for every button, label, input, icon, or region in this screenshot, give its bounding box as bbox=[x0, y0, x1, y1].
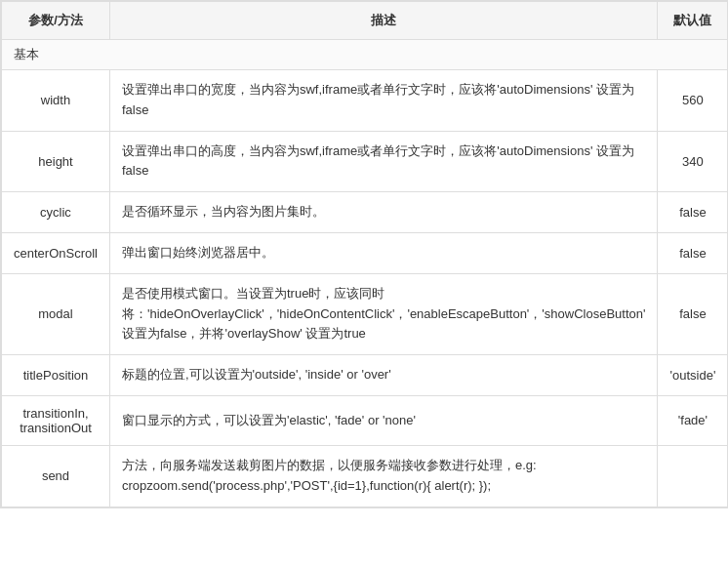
param-default: false bbox=[658, 192, 728, 233]
table-row: centerOnScroll弹出窗口始终浏览器居中。false bbox=[2, 232, 728, 273]
param-desc: 方法，向服务端发送裁剪图片的数据，以便服务端接收参数进行处理，e.g: crop… bbox=[109, 445, 658, 506]
param-name: height bbox=[2, 131, 110, 192]
param-desc: 设置弹出串口的宽度，当内容为swf,iframe或者单行文字时，应该将'auto… bbox=[109, 70, 658, 132]
table-row: cyclic是否循环显示，当内容为图片集时。false bbox=[2, 192, 728, 233]
table-row: send方法，向服务端发送裁剪图片的数据，以便服务端接收参数进行处理，e.g: … bbox=[2, 445, 728, 506]
param-default: 340 bbox=[658, 131, 728, 192]
param-default: false bbox=[658, 273, 728, 354]
param-desc: 窗口显示的方式，可以设置为'elastic', 'fade' or 'none' bbox=[109, 395, 658, 445]
col-header-default: 默认值 bbox=[658, 2, 728, 40]
param-name: cyclic bbox=[2, 192, 110, 233]
param-name: send bbox=[2, 445, 110, 506]
api-table: 参数/方法 描述 默认值 基本width设置弹出串口的宽度，当内容为swf,if… bbox=[0, 0, 728, 508]
param-name: width bbox=[2, 70, 110, 132]
table-row: width设置弹出串口的宽度，当内容为swf,iframe或者单行文字时，应该将… bbox=[2, 70, 728, 132]
param-desc: 弹出窗口始终浏览器居中。 bbox=[109, 232, 658, 273]
param-desc: 是否循环显示，当内容为图片集时。 bbox=[109, 192, 658, 233]
param-name: modal bbox=[2, 273, 110, 354]
param-name: transitionIn,transitionOut bbox=[2, 395, 110, 445]
table-row: transitionIn,transitionOut窗口显示的方式，可以设置为'… bbox=[2, 395, 728, 445]
param-default: false bbox=[658, 232, 728, 273]
param-default bbox=[658, 445, 728, 506]
param-default: 560 bbox=[658, 70, 728, 132]
table-row: height设置弹出串口的高度，当内容为swf,iframe或者单行文字时，应该… bbox=[2, 131, 728, 192]
table-row: titlePosition标题的位置,可以设置为'outside', 'insi… bbox=[2, 355, 728, 396]
section-label: 基本 bbox=[2, 40, 728, 70]
param-desc: 设置弹出串口的高度，当内容为swf,iframe或者单行文字时，应该将'auto… bbox=[109, 131, 658, 192]
param-desc: 是否使用模式窗口。当设置为true时，应该同时将：'hideOnOverlayC… bbox=[109, 273, 658, 354]
param-name: titlePosition bbox=[2, 355, 110, 396]
section-basic: 基本 bbox=[2, 40, 728, 70]
col-header-desc: 描述 bbox=[109, 2, 658, 40]
param-default: 'outside' bbox=[658, 355, 728, 396]
col-header-param: 参数/方法 bbox=[2, 2, 110, 40]
param-name: centerOnScroll bbox=[2, 232, 110, 273]
table-row: modal是否使用模式窗口。当设置为true时，应该同时将：'hideOnOve… bbox=[2, 273, 728, 354]
param-default: 'fade' bbox=[658, 395, 728, 445]
param-desc: 标题的位置,可以设置为'outside', 'inside' or 'over' bbox=[109, 355, 658, 396]
